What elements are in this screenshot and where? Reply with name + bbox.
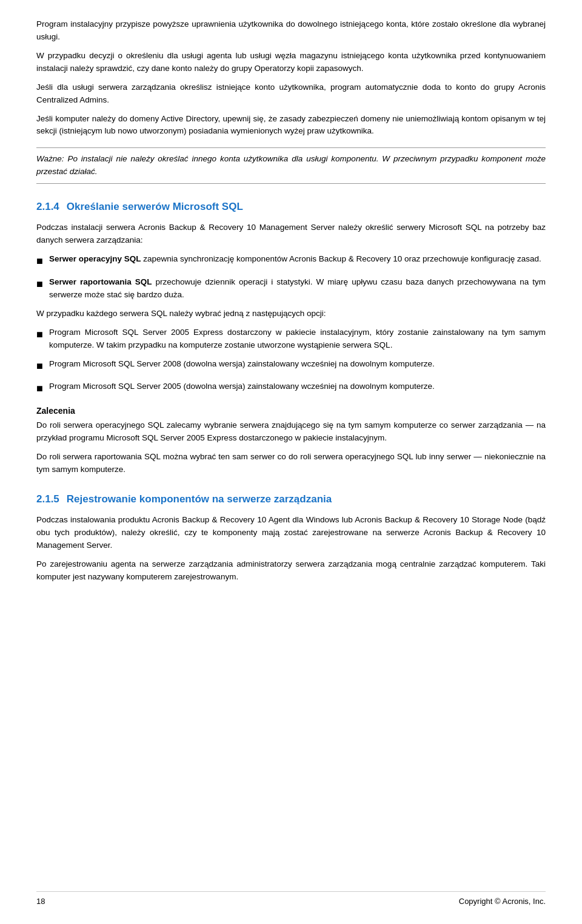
option-text-3: Program Microsoft SQL Server 2005 (dowol… — [49, 380, 546, 393]
bullet-2-bold: Serwer raportowania SQL — [49, 277, 152, 286]
section-215-number: 2.1.5 — [36, 493, 59, 505]
paragraph-4: Jeśli komputer należy do domeny Active D… — [36, 113, 546, 138]
important-notice: Ważne: Po instalacji nie należy określać… — [36, 147, 546, 184]
zalecenia-title: Zalecenia — [36, 406, 546, 416]
option-item-2: ■ Program Microsoft SQL Server 2008 (dow… — [36, 358, 546, 375]
bullet-icon-1: ■ — [36, 253, 43, 270]
bullet-text-1: Serwer operacyjny SQL zapewnia synchroni… — [49, 253, 546, 266]
section-214-intro: Podczas instalacji serwera Acronis Backu… — [36, 221, 546, 247]
content-area: Program instalacyjny przypisze powyższe … — [36, 18, 546, 879]
option-bullet-1: ■ — [36, 326, 43, 343]
bullet-1-bold: Serwer operacyjny SQL — [49, 254, 141, 263]
options-list: ■ Program Microsoft SQL Server 2005 Expr… — [36, 326, 546, 398]
bullet-icon-2: ■ — [36, 276, 43, 293]
section-215-paragraph-2: Po zarejestrowaniu agenta na serwerze za… — [36, 558, 546, 584]
paragraph-5: W przypadku każdego serwera SQL należy w… — [36, 308, 546, 320]
list-item-2: ■ Serwer raportowania SQL przechowuje dz… — [36, 276, 546, 302]
zalecenia-paragraph-2: Do roli serwera raportowania SQL można w… — [36, 451, 546, 476]
section-215-intro: Podczas instalowania produktu Acronis Ba… — [36, 514, 546, 552]
option-item-3: ■ Program Microsoft SQL Server 2005 (dow… — [36, 380, 546, 397]
option-bullet-2: ■ — [36, 358, 43, 375]
option-text-2: Program Microsoft SQL Server 2008 (dowol… — [49, 358, 546, 371]
option-bullet-3: ■ — [36, 380, 43, 397]
page: Program instalacyjny przypisze powyższe … — [0, 0, 582, 924]
zalecenia-paragraph-1: Do roli serwera operacyjnego SQL zalecam… — [36, 419, 546, 445]
page-number: 18 — [36, 897, 45, 906]
section-214-heading: 2.1.4 Określanie serwerów Microsoft SQL — [36, 201, 546, 213]
bullet-text-2: Serwer raportowania SQL przechowuje dzie… — [49, 276, 546, 302]
section-215-title: Rejestrowanie komponentów na serwerze za… — [67, 493, 332, 505]
option-text-1: Program Microsoft SQL Server 2005 Expres… — [49, 326, 546, 352]
page-footer: 18 Copyright © Acronis, Inc. — [36, 891, 546, 906]
sql-server-list: ■ Serwer operacyjny SQL zapewnia synchro… — [36, 253, 546, 302]
option-item-1: ■ Program Microsoft SQL Server 2005 Expr… — [36, 326, 546, 352]
section-214-title: Określanie serwerów Microsoft SQL — [67, 201, 243, 213]
footer-copyright: Copyright © Acronis, Inc. — [459, 897, 546, 906]
bullet-1-rest: zapewnia synchronizację komponentów Acro… — [141, 254, 541, 263]
section-214-number: 2.1.4 — [36, 201, 59, 213]
section-215-heading: 2.1.5 Rejestrowanie komponentów na serwe… — [36, 493, 546, 505]
list-item-1: ■ Serwer operacyjny SQL zapewnia synchro… — [36, 253, 546, 270]
paragraph-2: W przypadku decyzji o określeniu dla usł… — [36, 50, 546, 75]
paragraph-3: Jeśli dla usługi serwera zarządzania okr… — [36, 81, 546, 107]
important-text: Ważne: Po instalacji nie należy określać… — [36, 153, 546, 178]
paragraph-1: Program instalacyjny przypisze powyższe … — [36, 18, 546, 44]
